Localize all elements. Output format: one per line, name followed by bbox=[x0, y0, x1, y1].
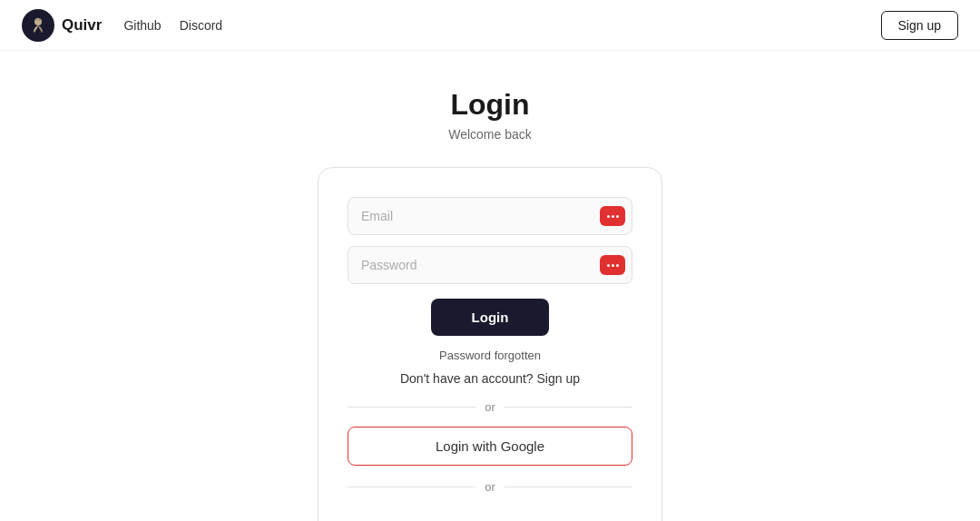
signup-link[interactable]: Sign up bbox=[537, 371, 580, 386]
forgot-password-link[interactable]: Password forgotten bbox=[439, 349, 541, 362]
password-wrapper bbox=[348, 246, 632, 284]
email-wrapper bbox=[348, 197, 632, 235]
email-input[interactable] bbox=[348, 197, 632, 235]
logo-icon bbox=[22, 9, 54, 42]
divider-or-text: or bbox=[485, 400, 495, 414]
email-icon-button[interactable] bbox=[600, 206, 625, 226]
divider-line-right bbox=[505, 407, 632, 408]
divider-bottom: or bbox=[348, 480, 632, 494]
divider-top: or bbox=[348, 400, 632, 414]
divider-or-text-2: or bbox=[485, 480, 495, 494]
login-button[interactable]: Login bbox=[431, 299, 549, 336]
signup-prompt: Don't have an account? Sign up bbox=[400, 371, 580, 386]
password-icon-button[interactable] bbox=[600, 255, 625, 275]
google-login-button[interactable]: Login with Google bbox=[348, 427, 632, 466]
dots-icon bbox=[607, 215, 619, 218]
divider-line-left-2 bbox=[348, 487, 475, 487]
page-title: Login bbox=[450, 87, 529, 122]
signup-button[interactable]: Sign up bbox=[881, 11, 958, 40]
nav-links: Github Discord bbox=[123, 18, 222, 33]
divider-line-right-2 bbox=[505, 487, 632, 487]
login-card: Login Password forgotten Don't have an a… bbox=[318, 167, 662, 521]
signup-prompt-text: Don't have an account? bbox=[400, 371, 537, 386]
password-dots-icon bbox=[607, 264, 619, 267]
page-subtitle: Welcome back bbox=[448, 127, 532, 142]
logo-container[interactable]: Quivr bbox=[22, 9, 102, 42]
github-link[interactable]: Github bbox=[123, 18, 161, 33]
main-content: Login Welcome back bbox=[0, 51, 980, 521]
brand-name: Quivr bbox=[62, 16, 102, 34]
navbar: Quivr Github Discord Sign up bbox=[0, 0, 980, 51]
password-input[interactable] bbox=[348, 246, 632, 284]
svg-point-0 bbox=[34, 18, 42, 25]
discord-link[interactable]: Discord bbox=[180, 18, 222, 33]
divider-line-left bbox=[348, 407, 475, 408]
